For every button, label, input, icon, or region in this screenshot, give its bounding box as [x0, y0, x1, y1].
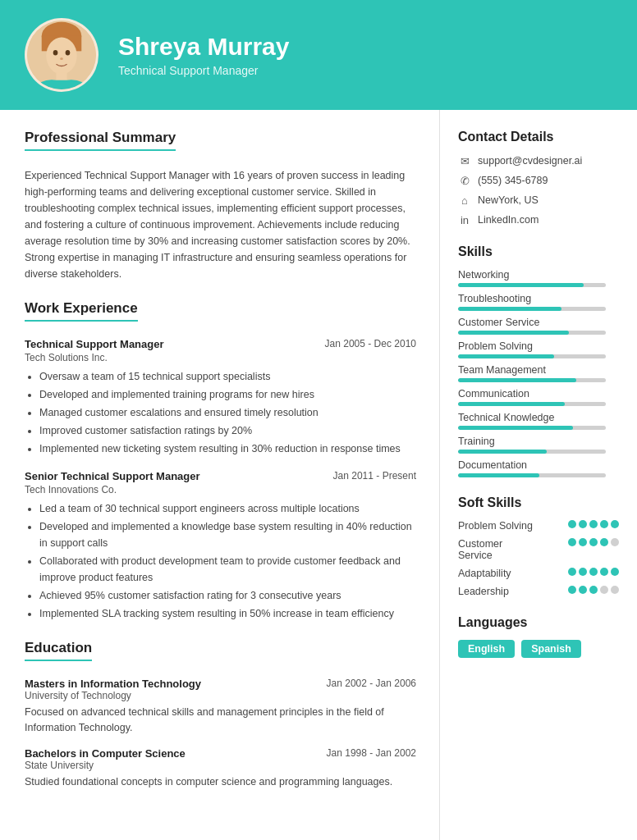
skill-item: Networking — [458, 269, 619, 287]
bullet: Achieved 95% customer satisfaction ratin… — [39, 587, 416, 604]
skill-name: Troubleshooting — [458, 293, 619, 304]
skill-item: Communication — [458, 388, 619, 406]
summary-title: Professional Summary — [25, 130, 176, 151]
dots — [568, 520, 619, 528]
skill-fill — [458, 331, 569, 335]
skill-name: Communication — [458, 388, 619, 399]
bullet: Developed and implemented training progr… — [39, 386, 416, 403]
dot — [611, 586, 619, 594]
soft-skills-section: Soft Skills Problem SolvingCustomerServi… — [458, 495, 619, 597]
svg-point-6 — [60, 57, 63, 60]
dot — [600, 568, 608, 576]
contact-item: inLinkedIn.com — [458, 213, 619, 226]
dots — [568, 586, 619, 594]
dot — [589, 586, 598, 594]
candidate-name: Shreya Murray — [118, 33, 289, 61]
dots — [568, 538, 619, 546]
dot — [568, 520, 576, 528]
contact-item: ⌂NewYork, US — [458, 194, 619, 207]
skill-bar — [458, 450, 606, 454]
education-item: Bachelors in Computer Science Jan 1998 -… — [25, 747, 416, 790]
dot — [579, 520, 587, 528]
dot — [600, 520, 608, 528]
skill-bar — [458, 473, 606, 477]
skill-item: Problem Solving — [458, 340, 619, 358]
soft-skills-title: Soft Skills — [458, 495, 619, 510]
dot — [579, 568, 587, 576]
skill-name: Networking — [458, 269, 619, 281]
work-experience-title: Work Experience — [25, 300, 138, 322]
dots — [568, 568, 619, 576]
dot — [568, 538, 576, 546]
location-icon: ⌂ — [458, 194, 471, 207]
skill-item: Troubleshooting — [458, 293, 619, 311]
contact-text: LinkedIn.com — [478, 214, 538, 226]
skill-bar — [458, 307, 606, 311]
dot — [568, 586, 576, 594]
edu-description: Focused on advanced technical skills and… — [25, 705, 416, 736]
skill-item: Team Management — [458, 364, 619, 382]
skills-section: Skills Networking Troubleshooting Custom… — [458, 244, 619, 477]
header: Shreya Murray Technical Support Manager — [0, 0, 637, 110]
dot — [600, 538, 608, 546]
skill-item: Technical Knowledge — [458, 412, 619, 430]
education-title: Education — [25, 640, 92, 661]
svg-point-3 — [46, 38, 76, 75]
skill-bar — [458, 402, 606, 406]
right-column: Contact Details ✉support@cvdesigner.ai✆(… — [440, 110, 637, 840]
soft-skill-name: Leadership — [458, 586, 568, 597]
skill-name: Training — [458, 436, 619, 447]
candidate-title: Technical Support Manager — [118, 64, 289, 77]
job-item: Technical Support Manager Jan 2005 - Dec… — [25, 338, 416, 457]
edu-institution: State University — [25, 760, 416, 771]
skill-item: Customer Service — [458, 317, 619, 335]
skill-fill — [458, 307, 561, 311]
skill-fill — [458, 450, 547, 454]
soft-skill-name: Problem Solving — [458, 520, 568, 532]
skill-fill — [458, 283, 584, 287]
skill-bar — [458, 354, 606, 358]
dot — [589, 520, 598, 528]
bullet: Implemented SLA tracking system resultin… — [39, 605, 416, 622]
soft-skill-item: CustomerService — [458, 538, 619, 561]
soft-skill-item: Adaptability — [458, 568, 619, 579]
language-tag: English — [458, 640, 515, 658]
skill-item: Documentation — [458, 459, 619, 477]
edu-institution: University of Technology — [25, 690, 416, 701]
work-experience-section: Work Experience Technical Support Manage… — [25, 300, 416, 622]
contact-text: NewYork, US — [478, 194, 538, 206]
contact-title: Contact Details — [458, 130, 619, 144]
skill-bar — [458, 426, 606, 430]
phone-icon: ✆ — [458, 174, 471, 187]
skill-name: Team Management — [458, 364, 619, 376]
education-section: Education Masters in Information Technol… — [25, 640, 416, 789]
dot — [589, 568, 598, 576]
soft-skill-item: Leadership — [458, 586, 619, 597]
skill-fill — [458, 426, 573, 430]
dot — [579, 586, 587, 594]
bullet: Led a team of 30 technical support engin… — [39, 500, 416, 517]
job-company: Tech Innovations Co. — [25, 484, 416, 495]
skill-name: Problem Solving — [458, 340, 619, 352]
languages-title: Languages — [458, 615, 619, 630]
job-date: Jan 2011 - Present — [333, 470, 416, 482]
job-company: Tech Solutions Inc. — [25, 352, 416, 363]
edu-date: Jan 2002 - Jan 2006 — [327, 678, 416, 689]
main-layout: Professional Summary Experienced Technic… — [0, 110, 637, 840]
skill-fill — [458, 378, 576, 382]
svg-point-5 — [66, 50, 71, 56]
dot — [568, 568, 576, 576]
bullet: Managed customer escalations and ensured… — [39, 404, 416, 421]
soft-skill-name: Adaptability — [458, 568, 568, 579]
skill-name: Customer Service — [458, 317, 619, 328]
skill-name: Technical Knowledge — [458, 412, 619, 423]
skill-name: Documentation — [458, 459, 619, 471]
education-item: Masters in Information Technology Jan 20… — [25, 678, 416, 736]
skill-bar — [458, 378, 606, 382]
skill-fill — [458, 402, 565, 406]
skill-bar — [458, 283, 606, 287]
job-title: Senior Technical Support Manager — [25, 470, 200, 482]
dot — [611, 538, 619, 546]
header-text: Shreya Murray Technical Support Manager — [118, 33, 289, 77]
dot — [611, 568, 619, 576]
